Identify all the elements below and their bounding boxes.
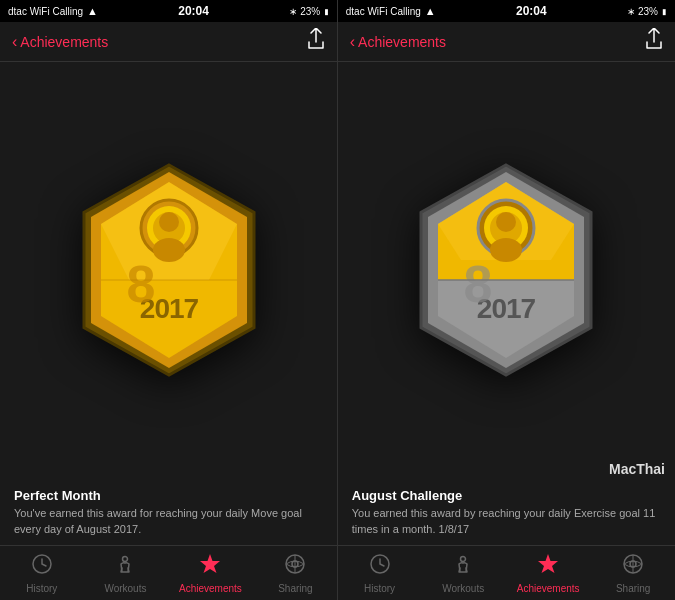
svg-line-36 — [466, 568, 467, 572]
badge-gold: 2017 8 — [69, 160, 269, 380]
svg-line-35 — [459, 568, 460, 572]
share-button-left[interactable] — [307, 28, 325, 55]
desc-text-left: You've earned this award for reaching yo… — [14, 506, 323, 537]
battery-left: 23% — [300, 6, 320, 17]
badge-container-left: 2017 8 — [0, 62, 337, 478]
svg-point-28 — [496, 212, 516, 232]
tab-bar-left: History Workouts Achievements — [0, 545, 337, 600]
back-button-right[interactable]: ‹ Achievements — [350, 33, 446, 51]
tab-label-history-right: History — [364, 583, 395, 594]
tab-label-history-left: History — [26, 583, 57, 594]
description-area-right: August Challenge You earned this award b… — [338, 478, 675, 545]
tab-sharing-left[interactable]: Sharing — [265, 552, 325, 594]
battery-right: 23% — [638, 6, 658, 17]
nav-bar-left: ‹ Achievements — [0, 22, 337, 62]
svg-text:8: 8 — [126, 255, 155, 313]
tab-achievements-left[interactable]: Achievements — [179, 552, 242, 594]
back-chevron-right: ‹ — [350, 33, 355, 51]
workouts-icon-right — [451, 552, 475, 581]
carrier-left: dtac WiFi Calling — [8, 6, 83, 17]
tab-workouts-left[interactable]: Workouts — [95, 552, 155, 594]
sharing-icon-right — [621, 552, 645, 581]
achievements-icon-left — [198, 552, 222, 581]
status-left-right: dtac WiFi Calling ▲ — [346, 5, 436, 17]
time-left: 20:04 — [178, 4, 209, 18]
svg-point-29 — [490, 238, 522, 262]
svg-point-8 — [153, 238, 185, 262]
right-panel: dtac WiFi Calling ▲ 20:04 ∗ 23% ▮ ‹ Achi… — [338, 0, 675, 600]
content-area-right: 2017 8 MacThai แมคไทย: เว็บไซต์สำหรับคนร… — [338, 62, 675, 545]
macthai-name: MacThai — [609, 461, 665, 477]
svg-point-7 — [159, 212, 179, 232]
bt-icon-right: ∗ — [627, 6, 635, 17]
svg-line-15 — [128, 568, 129, 572]
status-right-right: ∗ 23% ▮ — [627, 6, 667, 17]
content-area-left: 2017 8 Perfect Month You've earned this … — [0, 62, 337, 545]
svg-marker-16 — [200, 554, 220, 573]
left-panel: dtac WiFi Calling ▲ 20:04 ∗ 23% ▮ ‹ Achi… — [0, 0, 337, 600]
back-chevron-left: ‹ — [12, 33, 17, 51]
desc-text-right: You earned this award by reaching your d… — [352, 506, 661, 537]
bt-icon-left: ∗ — [289, 6, 297, 17]
tab-label-workouts-right: Workouts — [442, 583, 484, 594]
svg-line-14 — [121, 568, 122, 572]
tab-label-workouts-left: Workouts — [104, 583, 146, 594]
sharing-icon-left — [283, 552, 307, 581]
tab-history-left[interactable]: History — [12, 552, 72, 594]
wifi-icon-right: ▲ — [425, 5, 436, 17]
status-left: dtac WiFi Calling ▲ — [8, 5, 98, 17]
tab-history-right[interactable]: History — [350, 552, 410, 594]
back-button-left[interactable]: ‹ Achievements — [12, 33, 108, 51]
tab-achievements-right[interactable]: Achievements — [517, 552, 580, 594]
wifi-icon-left: ▲ — [87, 5, 98, 17]
tab-label-sharing-left: Sharing — [278, 583, 312, 594]
back-label-right: Achievements — [358, 34, 446, 50]
tab-label-achievements-left: Achievements — [179, 583, 242, 594]
carrier-right: dtac WiFi Calling — [346, 6, 421, 17]
desc-title-left: Perfect Month — [14, 488, 323, 503]
tab-workouts-right[interactable]: Workouts — [433, 552, 493, 594]
tab-bar-right: History Workouts Achievements — [338, 545, 675, 600]
battery-icon-left: ▮ — [323, 6, 329, 17]
status-bar-left: dtac WiFi Calling ▲ 20:04 ∗ 23% ▮ — [0, 0, 337, 22]
status-right-left: ∗ 23% ▮ — [289, 6, 329, 17]
svg-marker-37 — [538, 554, 558, 573]
status-bar-right: dtac WiFi Calling ▲ 20:04 ∗ 23% ▮ — [338, 0, 675, 22]
tab-sharing-right[interactable]: Sharing — [603, 552, 663, 594]
description-area-left: Perfect Month You've earned this award f… — [0, 478, 337, 545]
tab-label-sharing-right: Sharing — [616, 583, 650, 594]
svg-text:8: 8 — [464, 255, 493, 313]
nav-bar-right: ‹ Achievements — [338, 22, 675, 62]
tab-label-achievements-right: Achievements — [517, 583, 580, 594]
time-right: 20:04 — [516, 4, 547, 18]
workouts-icon-left — [113, 552, 137, 581]
svg-point-13 — [123, 557, 128, 562]
share-button-right[interactable] — [645, 28, 663, 55]
desc-title-right: August Challenge — [352, 488, 661, 503]
achievements-icon-right — [536, 552, 560, 581]
svg-point-34 — [461, 557, 466, 562]
badge-silver-gold: 2017 8 — [406, 160, 606, 380]
history-icon-right — [368, 552, 392, 581]
back-label-left: Achievements — [20, 34, 108, 50]
badge-container-right: 2017 8 — [338, 62, 675, 478]
battery-icon-right: ▮ — [661, 6, 667, 17]
history-icon-left — [30, 552, 54, 581]
